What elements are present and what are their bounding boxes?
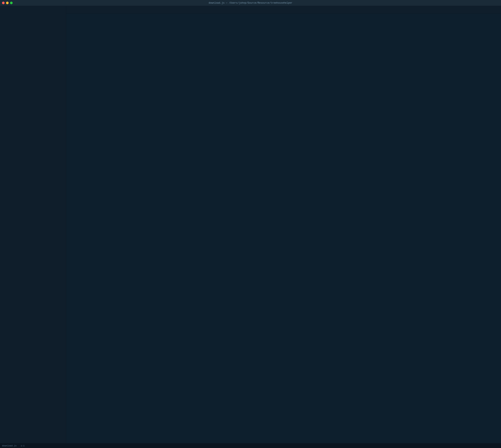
- titlebar: download.js — /Users/johnp/Source/Resour…: [0, 0, 501, 6]
- main: [0, 6, 501, 443]
- statusbar: download.js 1:1: [0, 443, 501, 448]
- statusbar-position: 1:1: [21, 445, 25, 447]
- maximize-button[interactable]: [10, 2, 13, 4]
- editor-area: [66, 6, 501, 443]
- window-controls: [2, 2, 13, 4]
- code-view[interactable]: [75, 14, 501, 443]
- close-button[interactable]: [2, 2, 5, 4]
- line-numbers: [66, 14, 75, 443]
- minimize-button[interactable]: [6, 2, 9, 4]
- statusbar-filename: download.js: [2, 445, 17, 447]
- editor-content: [66, 14, 501, 443]
- tabs-bar: [66, 6, 501, 14]
- titlebar-text: download.js — /Users/johnp/Source/Resour…: [209, 2, 292, 4]
- sidebar: [0, 6, 66, 443]
